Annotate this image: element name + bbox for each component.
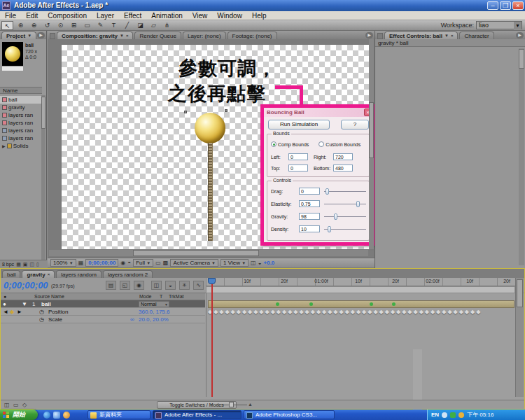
- quick-launch-media-icon[interactable]: [63, 412, 70, 419]
- radio-icon[interactable]: [318, 141, 324, 147]
- project-item-gravity[interactable]: gravity: [0, 104, 42, 111]
- scrollbar-thumb[interactable]: [519, 49, 524, 69]
- new-folder-icon[interactable]: ▣: [23, 262, 28, 267]
- twirl-right-icon[interactable]: ▶: [2, 144, 6, 148]
- view-layout-dropdown[interactable]: 1 View ▼: [220, 259, 248, 267]
- close-tab-icon[interactable]: ×: [48, 271, 50, 279]
- transparency-grid-icon[interactable]: ▩: [163, 260, 169, 266]
- task-after-effects[interactable]: Adobe After Effects - ...: [153, 410, 241, 419]
- brush-tool-icon[interactable]: ╱: [121, 21, 133, 30]
- region-of-interest-icon[interactable]: ▭: [155, 260, 161, 266]
- scrollbar-thumb[interactable]: [133, 250, 259, 256]
- tab-timeline-gravity[interactable]: gravity ×: [22, 270, 55, 278]
- title-bar[interactable]: Ae Adobe After Effects - 1.aep * – ❒ ×: [0, 0, 525, 11]
- messenger-icon[interactable]: [450, 412, 456, 418]
- trkmat-column[interactable]: TrkMat: [169, 294, 184, 299]
- menu-layer[interactable]: Layer: [92, 11, 119, 20]
- position-value[interactable]: 360.0, 175.6: [139, 308, 169, 316]
- menu-view[interactable]: View: [188, 11, 213, 20]
- close-tab-icon[interactable]: ×: [126, 32, 129, 40]
- playhead-handle[interactable]: [208, 278, 216, 284]
- layer-marker[interactable]: [392, 302, 396, 306]
- stick-layer[interactable]: [208, 143, 213, 241]
- eraser-tool-icon[interactable]: ▱: [148, 21, 160, 30]
- viewport-horizontal-scrollbar[interactable]: [49, 250, 368, 256]
- motion-blur-icon[interactable]: ◒: [165, 281, 176, 290]
- blend-mode-dropdown[interactable]: Normal ▼: [139, 301, 169, 307]
- project-item-layers-random[interactable]: layers ran: [0, 119, 42, 127]
- tab-timeline-layers-random-2[interactable]: layers random 2: [103, 270, 153, 278]
- menu-composition[interactable]: Composition: [43, 11, 92, 20]
- project-item-solids[interactable]: ▶ Solids: [0, 142, 42, 150]
- trash-icon[interactable]: ▯: [36, 262, 39, 267]
- brainstorm-icon[interactable]: ✳: [179, 281, 190, 290]
- scrollbar-thumb[interactable]: [369, 102, 374, 158]
- menu-help[interactable]: Help: [247, 11, 272, 20]
- scrollbar-thumb[interactable]: [41, 97, 46, 129]
- timeline-vertical-scrollbar[interactable]: [515, 278, 524, 397]
- scale-link-icon[interactable]: ∞: [130, 316, 134, 323]
- close-button[interactable]: ×: [512, 1, 524, 10]
- mode-column[interactable]: Mode: [139, 294, 152, 299]
- property-row-scale[interactable]: ◷ Scale ∞ 20.0, 20.0%: [1, 316, 205, 323]
- zoom-slider-thumb[interactable]: [229, 402, 234, 407]
- orbit-camera-tool-icon[interactable]: ⊙: [55, 21, 66, 30]
- quick-launch-desktop-icon[interactable]: [53, 412, 60, 419]
- layer-name[interactable]: ball: [41, 300, 51, 308]
- show-channel-icon[interactable]: ◓: [127, 260, 131, 266]
- effects-scrollbar[interactable]: [519, 48, 524, 265]
- composition-viewport[interactable]: 參數可調， 之後再點擊 Bouncing Ball × Run Simulati…: [48, 39, 374, 258]
- bit-depth-indicator[interactable]: 8 bpc: [2, 262, 14, 267]
- top-field[interactable]: [288, 164, 308, 172]
- new-composition-icon[interactable]: ◫: [29, 262, 34, 267]
- menu-effect[interactable]: Effect: [119, 11, 146, 20]
- elasticity-field[interactable]: [299, 200, 320, 207]
- pixel-aspect-icon[interactable]: ◫: [251, 260, 256, 266]
- graph-editor-icon[interactable]: ∿: [193, 281, 204, 290]
- menu-window[interactable]: Window: [212, 11, 247, 20]
- stopwatch-icon[interactable]: ◷: [39, 316, 44, 323]
- radio-selected-icon[interactable]: [271, 141, 276, 147]
- twirl-down-icon[interactable]: ▼: [22, 300, 27, 308]
- update-icon[interactable]: [458, 412, 464, 418]
- keyframe-nav-right-icon[interactable]: ►: [17, 308, 22, 316]
- project-item-layers-random[interactable]: layers ran: [0, 127, 42, 134]
- keyframe-nav-left-icon[interactable]: ◄: [3, 308, 8, 316]
- clock[interactable]: 下午 05:16: [467, 411, 493, 419]
- transform-icon[interactable]: ◇: [22, 402, 27, 408]
- panel-menu-icon[interactable]: ▶: [37, 32, 45, 38]
- tab-footage[interactable]: Footage: (none): [227, 31, 277, 39]
- drag-field[interactable]: [299, 188, 320, 195]
- comp-mini-flowchart-icon[interactable]: ▤: [106, 281, 116, 290]
- zoom-out-icon[interactable]: ▪: [211, 402, 212, 407]
- property-name[interactable]: Scale: [48, 316, 62, 323]
- camera-dropdown[interactable]: Active Camera ▼: [170, 259, 218, 267]
- keyframe-icon[interactable]: ◆: [10, 308, 14, 316]
- layer-row-ball[interactable]: ● ▼ 1 ball Normal ▼: [1, 300, 205, 308]
- property-name[interactable]: Position: [48, 308, 68, 316]
- comment-icon[interactable]: ▭: [13, 402, 19, 408]
- project-item-layers-random[interactable]: layers ran: [0, 134, 42, 142]
- restore-button[interactable]: ❒: [500, 1, 511, 10]
- project-item-layers-random[interactable]: layers ran: [0, 111, 42, 119]
- run-simulation-button[interactable]: Run Simulation: [268, 120, 330, 130]
- workspace-dropdown[interactable]: liao ▼: [476, 21, 522, 29]
- task-folder-window[interactable]: 新資料夾: [88, 410, 150, 419]
- zoom-in-icon[interactable]: ▲: [248, 402, 253, 407]
- type-tool-icon[interactable]: T: [108, 21, 120, 30]
- selection-tool-icon[interactable]: ↖: [1, 21, 13, 30]
- hand-tool-icon[interactable]: ⊛: [15, 21, 27, 30]
- stopwatch-icon[interactable]: ◷: [39, 308, 44, 316]
- mask-tool-icon[interactable]: ▭: [81, 21, 93, 30]
- t-column[interactable]: T: [160, 294, 162, 299]
- start-button[interactable]: 開始: [0, 410, 38, 420]
- pan-behind-tool-icon[interactable]: ⊞: [68, 21, 80, 30]
- layer-marker[interactable]: [370, 302, 373, 306]
- panel-grabber-icon[interactable]: [50, 33, 55, 39]
- elasticity-slider[interactable]: [324, 200, 366, 207]
- timeline-graph-area[interactable]: ◆◆◆◆◆◆◆◆◆◆◆◆◆◆◆◆◆◆◆◆◆◆◆◆◆◆◆◆◆◆◆◆◆◆◆◆◆◆◆◆…: [206, 293, 515, 397]
- tab-effect-controls[interactable]: Effect Controls: ball ▼ ×: [384, 31, 458, 39]
- snapshot-icon[interactable]: ◉: [120, 260, 125, 266]
- menu-file[interactable]: File: [0, 11, 21, 20]
- exposure-value[interactable]: +0.0: [264, 260, 275, 266]
